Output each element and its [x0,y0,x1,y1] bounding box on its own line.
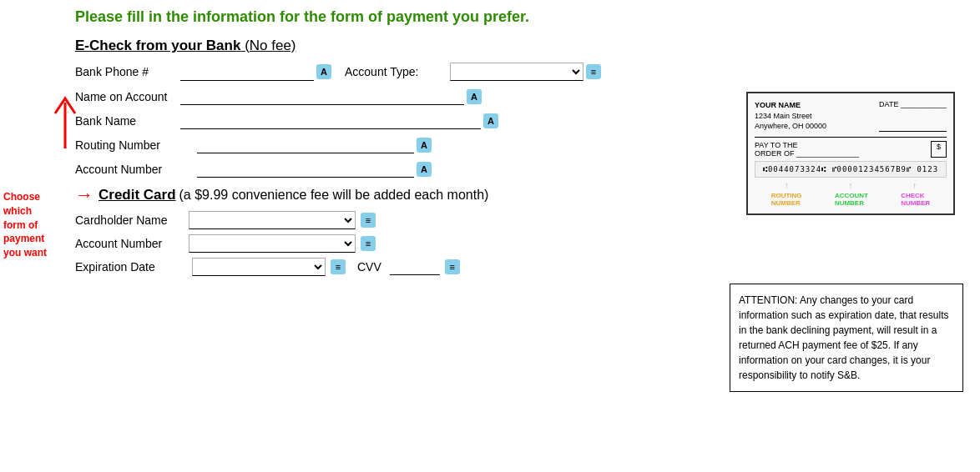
bank-name-label: Bank Name [75,114,175,128]
cvv-badge: ≡ [445,259,460,274]
echeck-account-number-wrap: A [197,160,432,178]
cardholder-name-wrap: ≡ [189,211,376,229]
echeck-title: E-Check from your Bank (No fee) [75,38,963,54]
account-type-select[interactable]: Checking Savings [450,63,583,81]
bank-phone-label: Bank Phone # [75,65,175,78]
credit-account-number-select[interactable] [189,234,356,253]
echeck-account-number-label: Account Number [75,163,192,176]
check-name-addr: YOUR NAME 1234 Main Street Anywhere, OH … [755,100,826,132]
name-account-input[interactable] [180,88,464,105]
account-type-badge: ≡ [586,64,601,79]
side-label: Choose which form of payment you want [3,190,50,260]
cvv-input[interactable] [390,258,440,275]
check-pay-label: PAY TO THE ORDER OF _______________ [755,141,859,158]
cvv-label: CVV [357,260,381,274]
account-type-label: Account Type: [345,65,445,78]
check-date: DATE ___________ [879,100,947,132]
credit-account-number-row: Account Number ≡ [75,234,963,253]
check-number-label: CHECKNUMBER [901,192,930,207]
bank-phone-badge: A [316,64,331,79]
credit-title-block: Credit Card (a $9.99 convenience fee wil… [99,184,488,206]
routing-label: ROUTINGNUMBER [771,192,802,207]
check-labels: ROUTINGNUMBER ACCOUNTNUMBER CHECKNUMBER [755,192,947,207]
cardholder-name-select[interactable] [189,211,356,229]
name-account-label: Name on Account [75,90,175,103]
check-arrows: ↑↑↑ [755,181,947,190]
credit-account-number-label: Account Number [75,237,184,250]
routing-number-label: Routing Number [75,138,192,152]
routing-number-wrap: A [197,136,432,153]
routing-number-input[interactable] [197,136,414,153]
bank-phone-input[interactable] [180,63,314,81]
cardholder-name-label: Cardholder Name [75,213,184,227]
main-heading: Please fill in the information for the f… [75,8,963,26]
bank-name-wrap: A [180,112,498,129]
bank-phone-row: Bank Phone # A Account Type: Checking Sa… [75,63,963,81]
credit-card-title: Credit Card [99,187,176,203]
echeck-account-number-input[interactable] [197,160,414,178]
page-wrapper: Choose which form of payment you want Pl… [0,0,980,472]
credit-account-number-wrap: ≡ [189,234,376,253]
bank-phone-input-wrap: A [180,63,331,81]
expiration-date-wrap: ≡ [192,258,346,276]
check-amount: $ [931,141,947,158]
account-label: ACCOUNTNUMBER [835,192,868,207]
check-image-panel: YOUR NAME 1234 Main Street Anywhere, OH … [746,92,963,215]
echeck-no-fee: (No fee) [245,38,296,53]
check-pay-to: PAY TO THE ORDER OF _______________ $ [755,137,947,158]
name-account-badge: A [467,89,482,104]
credit-convenience-text: (a $9.99 convenience fee will be added e… [179,188,488,202]
expiration-date-label: Expiration Date [75,260,184,274]
cardholder-name-badge: ≡ [361,213,376,228]
check-routing-line: ⑆0044073324⑆ ⑈00001234567B9⑈ 0123 [755,161,947,178]
exp-cvv-row: Expiration Date ≡ CVV ≡ [75,258,963,276]
attention-box: ATTENTION: Any changes to your card info… [730,284,963,392]
check-top: YOUR NAME 1234 Main Street Anywhere, OH … [755,100,947,132]
cvv-wrap: ≡ [390,258,460,275]
arrow-echeck-icon [48,90,78,159]
credit-account-badge: ≡ [361,236,376,251]
expiration-date-select[interactable] [192,258,326,276]
bank-name-badge: A [483,113,498,128]
account-type-wrap: Checking Savings ≡ [450,63,601,81]
name-account-wrap: A [180,88,482,105]
routing-number-badge: A [417,138,432,153]
exp-badge: ≡ [331,259,346,274]
check-image: YOUR NAME 1234 Main Street Anywhere, OH … [746,92,955,215]
bank-name-input[interactable] [180,112,481,129]
echeck-account-number-badge: A [417,162,432,177]
arrow-credit-icon: → [75,184,93,206]
